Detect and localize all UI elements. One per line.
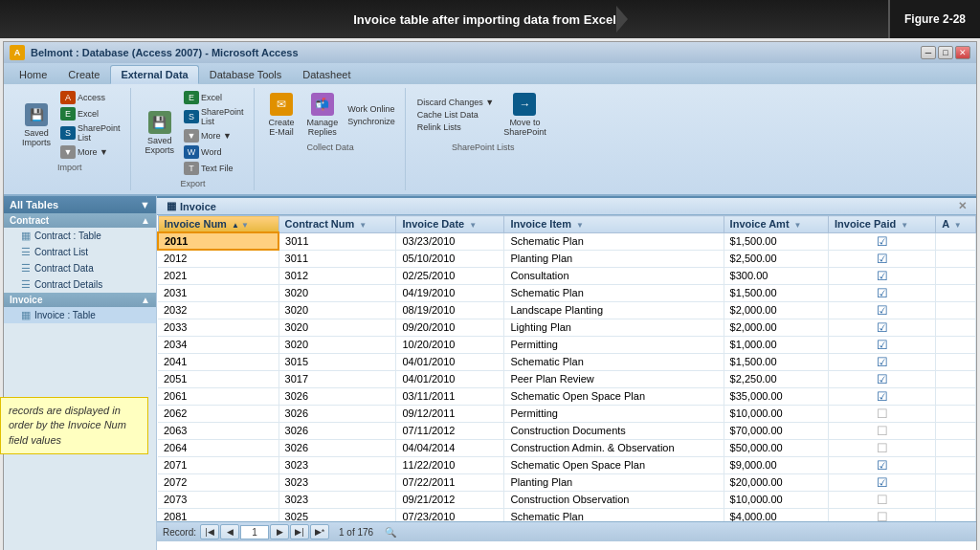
cell-contract-num: 3020 bbox=[278, 319, 396, 336]
nav-header[interactable]: All Tables ▼ bbox=[4, 196, 156, 213]
title-arrow bbox=[616, 6, 628, 33]
table-icon-tab: ▦ bbox=[167, 200, 176, 212]
cell-invoice-item: Schematic Plan bbox=[504, 232, 724, 250]
move-to-sharepoint-button[interactable]: → Move toSharePoint bbox=[499, 90, 551, 140]
cell-contract-num: 3023 bbox=[278, 456, 396, 473]
create-email-button[interactable]: ✉ CreateE-Mail bbox=[264, 90, 300, 140]
nav-new-button[interactable]: ▶* bbox=[310, 524, 329, 539]
cell-invoice-item: Schematic Plan bbox=[504, 508, 724, 521]
nav-next-button[interactable]: ▶ bbox=[270, 524, 289, 539]
tab-create[interactable]: Create bbox=[57, 65, 110, 84]
col-invoice-num[interactable]: Invoice Num ▲▼ bbox=[158, 216, 278, 233]
col-contract-num[interactable]: Contract Num ▼ bbox=[278, 216, 396, 233]
cell-invoice-date: 09/21/2012 bbox=[396, 491, 504, 508]
cell-invoice-item: Construction Observation bbox=[504, 491, 724, 508]
cell-invoice-num: 2034 bbox=[158, 336, 278, 353]
nav-item-contract-data[interactable]: ☰ Contract Data bbox=[4, 260, 156, 276]
close-button[interactable]: ✕ bbox=[955, 46, 970, 59]
cell-invoice-num: 2051 bbox=[158, 370, 278, 387]
cell-invoice-amt: $1,500.00 bbox=[724, 232, 828, 250]
relink-lists-button[interactable]: Relink Lists bbox=[415, 121, 496, 133]
synchronize-button[interactable]: Synchronize bbox=[345, 116, 397, 127]
cell-invoice-num: 2012 bbox=[158, 250, 278, 267]
minimize-button[interactable]: ─ bbox=[921, 46, 936, 59]
cell-invoice-date: 08/19/2010 bbox=[396, 301, 504, 319]
excel-import-button[interactable]: E Excel bbox=[58, 106, 122, 121]
nav-first-button[interactable]: |◀ bbox=[200, 524, 219, 539]
tab-database-tools[interactable]: Database Tools bbox=[199, 65, 293, 84]
cell-invoice-item: Schematic Plan bbox=[504, 284, 724, 301]
excel-export-button[interactable]: E Excel bbox=[182, 90, 246, 105]
word-export-button[interactable]: W Word bbox=[182, 144, 246, 160]
col-invoice-date[interactable]: Invoice Date ▼ bbox=[396, 216, 504, 233]
ribbon-content: 💾 SavedImports A Access E Excel S Sh bbox=[4, 84, 976, 194]
access-icon-sm: A bbox=[60, 91, 76, 104]
cell-invoice-paid: ☐ bbox=[829, 439, 936, 456]
cache-list-button[interactable]: Cache List Data bbox=[415, 109, 496, 121]
cell-invoice-date: 03/23/2010 bbox=[396, 232, 504, 250]
cell-invoice-date: 04/01/2010 bbox=[396, 370, 504, 387]
cell-a bbox=[936, 250, 976, 267]
cell-invoice-date: 02/25/2010 bbox=[396, 267, 504, 284]
cell-invoice-paid: ☑ bbox=[829, 267, 936, 284]
table-container[interactable]: Invoice Num ▲▼ Contract Num ▼ Invoice Da… bbox=[157, 215, 976, 521]
cell-contract-num: 3026 bbox=[278, 422, 396, 439]
cell-invoice-paid: ☑ bbox=[829, 473, 936, 491]
textfile-export-button[interactable]: T Text File bbox=[182, 161, 246, 176]
cell-contract-num: 3026 bbox=[278, 405, 396, 422]
cell-invoice-amt: $10,000.00 bbox=[724, 491, 828, 508]
tab-home[interactable]: Home bbox=[9, 65, 57, 84]
sharepoint-export-button[interactable]: S SharePointList bbox=[182, 106, 246, 127]
more-export-button[interactable]: ▼ More ▼ bbox=[182, 128, 246, 143]
cell-invoice-num: 2033 bbox=[158, 319, 278, 336]
col-invoice-item[interactable]: Invoice Item ▼ bbox=[504, 216, 724, 233]
col-invoice-paid[interactable]: Invoice Paid ▼ bbox=[829, 216, 936, 233]
word-export-icon: W bbox=[184, 145, 199, 159]
sharepoint-import-button[interactable]: S SharePointList bbox=[58, 122, 122, 143]
cell-invoice-item: Construction Documents bbox=[504, 422, 724, 439]
cell-invoice-paid: ☑ bbox=[829, 250, 936, 267]
nav-section-contract[interactable]: Contract ▲ bbox=[4, 213, 156, 228]
table-tab[interactable]: ▦ Invoice ✕ bbox=[157, 196, 976, 215]
nav-last-button[interactable]: ▶| bbox=[290, 524, 309, 539]
cell-invoice-amt: $9,000.00 bbox=[724, 456, 828, 473]
cell-invoice-date: 04/04/2014 bbox=[396, 439, 504, 456]
nav-item-contract-details[interactable]: ☰ Contract Details bbox=[4, 276, 156, 293]
cell-invoice-num: 2031 bbox=[158, 284, 278, 301]
cell-invoice-num: 2073 bbox=[158, 491, 278, 508]
col-a[interactable]: A ▼ bbox=[936, 216, 976, 233]
saved-imports-button[interactable]: 💾 SavedImports bbox=[17, 100, 56, 150]
tab-datasheet[interactable]: Datasheet bbox=[292, 65, 361, 84]
import-small-buttons: A Access E Excel S SharePointList ▼ More… bbox=[58, 90, 122, 160]
nav-item-contract-list[interactable]: ☰ Contract List bbox=[4, 244, 156, 260]
cell-a bbox=[936, 473, 976, 491]
nav-section-invoice[interactable]: Invoice ▲ bbox=[4, 293, 156, 307]
cell-invoice-num: 2072 bbox=[158, 473, 278, 491]
tab-close-btn[interactable]: ✕ bbox=[958, 200, 967, 212]
more-import-icon: ▼ bbox=[60, 145, 76, 159]
nav-prev-button[interactable]: ◀ bbox=[220, 524, 239, 539]
cell-invoice-num: 2061 bbox=[158, 387, 278, 405]
saved-exports-button[interactable]: 💾 SavedExports bbox=[141, 108, 180, 158]
cell-invoice-paid: ☐ bbox=[829, 422, 936, 439]
data-icon: ☰ bbox=[21, 262, 31, 275]
cell-invoice-item: Lighting Plan bbox=[504, 319, 724, 336]
collect-small-buttons: Work Online Synchronize bbox=[345, 103, 397, 127]
tab-external-data[interactable]: External Data bbox=[110, 65, 198, 84]
search-label: 🔍 bbox=[385, 527, 396, 538]
nav-item-invoice-table[interactable]: ▦ Invoice : Table bbox=[4, 307, 156, 323]
nav-item-contract-data-label: Contract Data bbox=[34, 263, 94, 274]
access-import-button[interactable]: A Access bbox=[58, 90, 122, 105]
cell-invoice-date: 04/19/2010 bbox=[396, 284, 504, 301]
discard-changes-button[interactable]: Discard Changes ▼ bbox=[415, 97, 496, 108]
manage-replies-button[interactable]: 📬 ManageReplies bbox=[302, 90, 344, 140]
cell-invoice-date: 07/23/2010 bbox=[396, 508, 504, 521]
work-online-button[interactable]: Work Online bbox=[345, 103, 397, 115]
cell-invoice-paid: ☑ bbox=[829, 232, 936, 250]
nav-item-contract-table[interactable]: ▦ Contract : Table bbox=[4, 228, 156, 244]
nav-current-record[interactable]: 1 bbox=[240, 525, 269, 539]
col-invoice-amt[interactable]: Invoice Amt ▼ bbox=[724, 216, 828, 233]
cell-invoice-paid: ☑ bbox=[829, 284, 936, 301]
maximize-button[interactable]: □ bbox=[938, 46, 953, 59]
more-import-button[interactable]: ▼ More ▼ bbox=[58, 144, 122, 160]
